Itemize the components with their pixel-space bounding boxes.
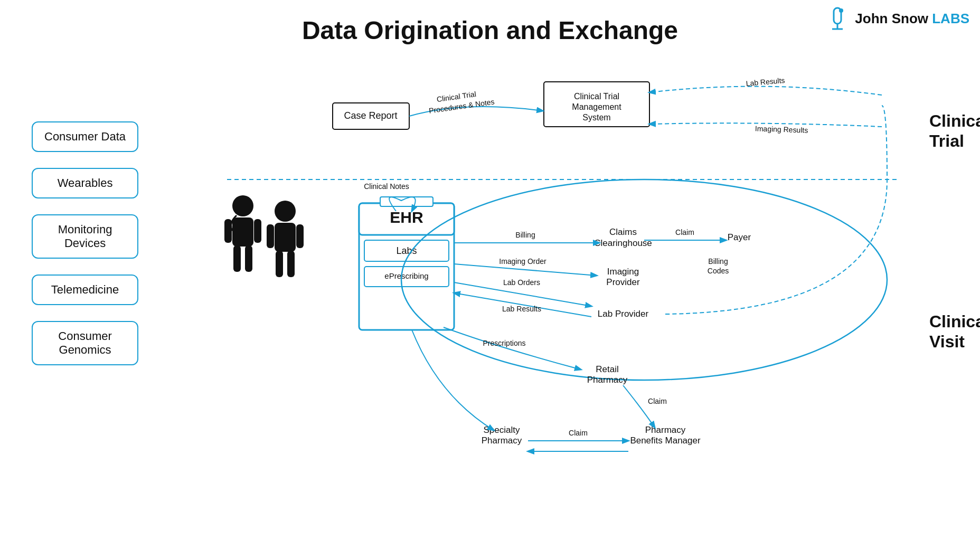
- svg-rect-7: [232, 217, 253, 247]
- svg-text:Management: Management: [572, 102, 621, 111]
- svg-text:Pharmacy: Pharmacy: [482, 436, 522, 446]
- sidebar-item-consumer-genomics: Consumer Genomics: [32, 321, 138, 365]
- sidebar-item-monitoring-devices: Monitoring Devices: [32, 214, 138, 259]
- ehr-eprescribing: ePrescribing: [384, 271, 428, 280]
- clinical-visit-label: Clinical: [929, 312, 980, 331]
- svg-text:Billing: Billing: [515, 231, 535, 239]
- svg-point-5: [232, 195, 253, 216]
- lab-provider-label: Lab Provider: [598, 309, 649, 319]
- imaging-provider-label: Imaging: [607, 267, 639, 277]
- patient-figure: [267, 201, 304, 277]
- svg-text:Claim: Claim: [675, 228, 694, 236]
- svg-rect-16: [267, 224, 274, 248]
- svg-text:Lab Orders: Lab Orders: [503, 278, 540, 287]
- payer-label: Payer: [728, 232, 751, 242]
- svg-text:System: System: [582, 113, 610, 122]
- ehr-title: EHR: [390, 209, 423, 226]
- svg-rect-11: [254, 219, 261, 243]
- svg-rect-13: [275, 223, 296, 252]
- svg-rect-9: [245, 245, 252, 272]
- diagram-svg: Clinical Trial Clinical Visit E: [158, 0, 980, 549]
- svg-text:Clearinghouse: Clearinghouse: [594, 238, 652, 248]
- clinical-trial-label2: Trial: [929, 131, 964, 150]
- sidebar-item-wearables: Wearables: [32, 168, 138, 198]
- svg-text:Billing: Billing: [708, 257, 728, 266]
- svg-point-12: [275, 201, 296, 222]
- sidebar-item-telemedicine: Telemedicine: [32, 274, 138, 305]
- svg-rect-15: [287, 251, 295, 277]
- svg-text:Claim: Claim: [648, 397, 667, 405]
- svg-text:Lab Results: Lab Results: [502, 305, 541, 313]
- svg-point-29: [401, 179, 887, 380]
- claims-clearinghouse-label: Claims: [609, 227, 637, 237]
- svg-text:Codes: Codes: [708, 267, 729, 275]
- specialty-pharmacy-label: Specialty: [484, 425, 520, 435]
- svg-text:Clinical Notes: Clinical Notes: [364, 182, 409, 191]
- svg-text:Pharmacy: Pharmacy: [587, 375, 628, 385]
- svg-text:Imaging Order: Imaging Order: [499, 257, 546, 266]
- svg-rect-10: [224, 219, 232, 243]
- svg-text:Imaging Results: Imaging Results: [755, 124, 808, 134]
- svg-text:Lab Results: Lab Results: [746, 76, 785, 88]
- sidebar: Consumer Data Wearables Monitoring Devic…: [32, 121, 138, 365]
- sidebar-item-consumer-data: Consumer Data: [32, 121, 138, 152]
- svg-text:Clinical Trial: Clinical Trial: [574, 92, 619, 101]
- clinical-trial-label: Clinical: [929, 111, 980, 130]
- case-report-label: Case Report: [344, 110, 397, 121]
- clinical-visit-label2: Visit: [929, 332, 965, 351]
- svg-rect-17: [296, 224, 304, 248]
- pbm-label: Pharmacy: [645, 425, 686, 435]
- doctor-figure: [224, 195, 261, 272]
- svg-rect-14: [276, 251, 283, 277]
- svg-rect-8: [233, 245, 241, 272]
- svg-text:Benefits Manager: Benefits Manager: [630, 436, 701, 446]
- svg-text:Prescriptions: Prescriptions: [483, 339, 526, 347]
- svg-text:Provider: Provider: [606, 277, 640, 287]
- retail-pharmacy-label: Retail: [596, 364, 618, 374]
- svg-text:Claim: Claim: [569, 429, 588, 437]
